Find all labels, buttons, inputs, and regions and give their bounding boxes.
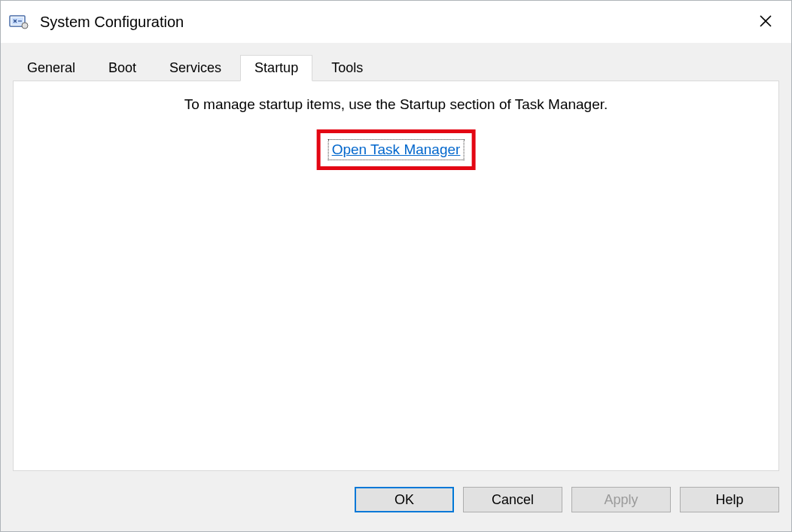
apply-button: Apply [571, 487, 671, 512]
window-title: System Configuration [40, 14, 184, 31]
titlebar: System Configuration [1, 1, 791, 43]
app-icon [8, 14, 29, 30]
cancel-button[interactable]: Cancel [463, 487, 562, 512]
close-button[interactable] [751, 8, 781, 34]
tab-content-startup: To manage startup items, use the Startup… [13, 81, 779, 471]
startup-message: To manage startup items, use the Startup… [14, 96, 778, 113]
focus-rect: Open Task Manager [328, 139, 465, 160]
tab-tools[interactable]: Tools [317, 55, 377, 81]
client-area: General Boot Services Startup Tools To m… [1, 43, 791, 531]
ok-button[interactable]: OK [355, 487, 454, 512]
close-icon [759, 14, 772, 28]
tab-boot[interactable]: Boot [94, 55, 151, 81]
tab-startup[interactable]: Startup [240, 55, 312, 81]
open-task-manager-highlight: Open Task Manager [317, 129, 476, 170]
open-task-manager-link[interactable]: Open Task Manager [332, 141, 461, 157]
tab-general[interactable]: General [13, 55, 90, 81]
help-button[interactable]: Help [680, 487, 779, 512]
dialog-button-bar: OK Cancel Apply Help [13, 479, 779, 521]
system-configuration-window: System Configuration General Boot Servic… [0, 0, 792, 532]
tabstrip: General Boot Services Startup Tools [13, 53, 779, 81]
tab-services[interactable]: Services [155, 55, 236, 81]
annotation-red-box: Open Task Manager [317, 129, 476, 170]
svg-point-2 [22, 23, 28, 29]
